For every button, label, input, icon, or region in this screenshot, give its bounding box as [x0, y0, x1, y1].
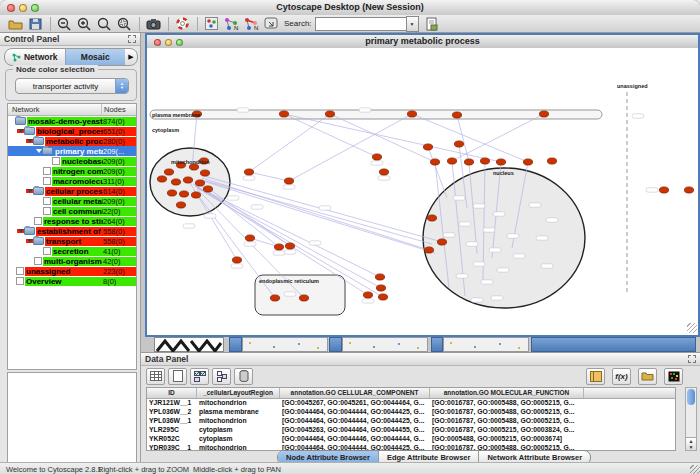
network-node[interactable] — [407, 111, 416, 117]
tree-row[interactable]: multi-organism pro42(0) — [8, 256, 136, 266]
zoom-fit-icon[interactable] — [95, 16, 113, 32]
tree-row[interactable]: cellular process614(0) — [8, 186, 136, 196]
attribute-table-icon[interactable] — [146, 368, 165, 385]
open-session-icon[interactable] — [6, 16, 24, 32]
save-session-icon[interactable] — [26, 16, 44, 32]
tree-row[interactable]: unassigned223(0) — [8, 266, 136, 276]
network-node[interactable] — [232, 257, 241, 263]
background-window-fragment[interactable] — [531, 337, 696, 352]
tree-expander-icon[interactable] — [26, 139, 33, 143]
matrix-heatmap-icon[interactable] — [664, 368, 683, 385]
network-node[interactable] — [363, 292, 372, 298]
column-go-cellular-component[interactable]: annotation.GO CELLULAR_COMPONENT — [280, 388, 430, 398]
background-window-fragment[interactable] — [329, 337, 342, 352]
background-window-fragment[interactable] — [443, 337, 529, 352]
network-node[interactable] — [379, 169, 388, 175]
network-node[interactable] — [423, 144, 432, 150]
function-builder-icon[interactable]: f(x) — [612, 368, 631, 385]
network-node[interactable] — [285, 243, 294, 249]
tree-row[interactable]: cell communicat22(0) — [8, 206, 136, 216]
network-node[interactable] — [464, 159, 473, 165]
network-node[interactable] — [430, 159, 439, 165]
birds-eye-view-panel[interactable] — [7, 372, 137, 474]
network-node[interactable] — [427, 215, 436, 221]
tree-row[interactable]: primary metabolic209(... — [8, 146, 136, 156]
network-node[interactable] — [279, 111, 288, 117]
zoom-in-icon[interactable] — [75, 16, 93, 32]
import-attributes-folder-icon[interactable] — [638, 368, 657, 385]
annotation-icon[interactable] — [262, 16, 280, 32]
network-node[interactable] — [424, 247, 433, 253]
network-node[interactable] — [659, 187, 668, 193]
network-node[interactable] — [157, 176, 166, 182]
tab-mosaic[interactable]: Mosaic — [65, 49, 126, 65]
network-node[interactable] — [447, 158, 456, 164]
tree-row[interactable]: transport558(0) — [8, 236, 136, 246]
network-node[interactable] — [284, 178, 293, 184]
network-node[interactable] — [179, 191, 188, 197]
tree-expander-icon[interactable] — [17, 229, 24, 233]
snapshot-camera-icon[interactable] — [144, 16, 162, 32]
tree-row[interactable]: secretion41(0) — [8, 246, 136, 256]
table-row[interactable]: YJR121W__1mitochondrion[GO:0045267, GO:0… — [147, 399, 675, 408]
network-graph[interactable]: plasma membranecytoplasmmitochondrionnuc… — [147, 48, 698, 334]
network-node[interactable] — [523, 159, 532, 165]
table-scrollbar-thumb[interactable] — [687, 389, 695, 405]
tree-expander-icon[interactable] — [26, 189, 33, 193]
search-input[interactable] — [315, 17, 406, 31]
table-scrollbar[interactable]: ▲▼ — [685, 387, 697, 451]
tab-network[interactable]: Network — [5, 49, 65, 65]
column-go-molecular-function[interactable]: annotation.GO MOLECULAR_FUNCTION — [430, 388, 584, 398]
new-network-from-selected-edges-icon[interactable]: N — [242, 16, 260, 32]
help-lifebuoy-icon[interactable] — [173, 16, 191, 32]
background-window-fragment[interactable] — [242, 337, 328, 352]
network-node[interactable] — [437, 239, 446, 245]
tree-row[interactable]: biological_process651(0) — [8, 126, 136, 136]
network-node[interactable] — [171, 179, 180, 185]
network-node[interactable] — [203, 186, 212, 192]
network-node[interactable] — [299, 295, 308, 301]
column-id[interactable]: ID — [147, 388, 197, 398]
network-canvas[interactable]: plasma membranecytoplasmmitochondrionnuc… — [147, 48, 698, 334]
tree-expander-icon[interactable] — [17, 129, 24, 133]
background-window-fragment[interactable] — [342, 337, 428, 352]
background-window-fragment[interactable] — [431, 337, 443, 352]
network-node[interactable] — [372, 154, 381, 160]
vizmapper-icon[interactable] — [202, 16, 220, 32]
delete-attribute-trash-icon[interactable] — [234, 368, 253, 385]
tree-row[interactable]: establishment of lo558(0) — [8, 226, 136, 236]
network-node[interactable] — [274, 244, 283, 250]
column-cellular-layout-region[interactable]: _cellularLayoutRegion — [197, 388, 280, 398]
network-node[interactable] — [245, 235, 254, 241]
network-window-titlebar[interactable]: primary metabolic process — [147, 35, 698, 49]
network-node[interactable] — [325, 111, 334, 117]
tree-expander-icon[interactable] — [26, 239, 33, 243]
node-color-dropdown[interactable]: transporter activity ▲▼ — [15, 78, 129, 94]
tree-row[interactable]: mosaic-demo-yeast874(0) — [8, 116, 136, 126]
import-attributes-icon[interactable] — [423, 16, 441, 32]
new-network-from-selected-nodes-icon[interactable]: N — [222, 16, 240, 32]
tree-row[interactable]: Overview8(0) — [8, 276, 136, 286]
search-dropdown-arrow-icon[interactable]: ▼ — [406, 16, 419, 32]
tree-row[interactable]: metabolic process280(0) — [8, 136, 136, 146]
network-node[interactable] — [378, 294, 387, 300]
network-node[interactable] — [183, 177, 192, 183]
tree-row[interactable]: macromolecule311(0) — [8, 176, 136, 186]
table-row[interactable]: YKR052Ccytoplasm[GO:0044464, GO:0044446,… — [147, 435, 675, 444]
tree-row[interactable]: nucleobase-209(0) — [8, 156, 136, 166]
new-attribute-icon[interactable] — [168, 368, 187, 385]
float-data-panel-icon[interactable] — [688, 355, 696, 363]
table-scrollbar-arrows[interactable]: ▲▼ — [686, 437, 696, 450]
network-node[interactable] — [376, 285, 385, 291]
network-node[interactable] — [454, 141, 463, 147]
unselect-attributes-icon[interactable] — [212, 368, 231, 385]
network-node[interactable] — [375, 274, 384, 280]
network-node[interactable] — [167, 190, 176, 196]
network-node[interactable] — [244, 169, 253, 175]
table-row[interactable]: YLR295Ccytoplasm[GO:0045263, GO:0044464,… — [147, 426, 675, 435]
background-window-fragment[interactable] — [229, 337, 242, 352]
tab-overflow-arrow-icon[interactable]: ▶ — [125, 49, 137, 65]
float-panel-icon[interactable] — [128, 35, 136, 43]
select-attributes-icon[interactable] — [190, 368, 209, 385]
network-node[interactable] — [176, 202, 185, 208]
